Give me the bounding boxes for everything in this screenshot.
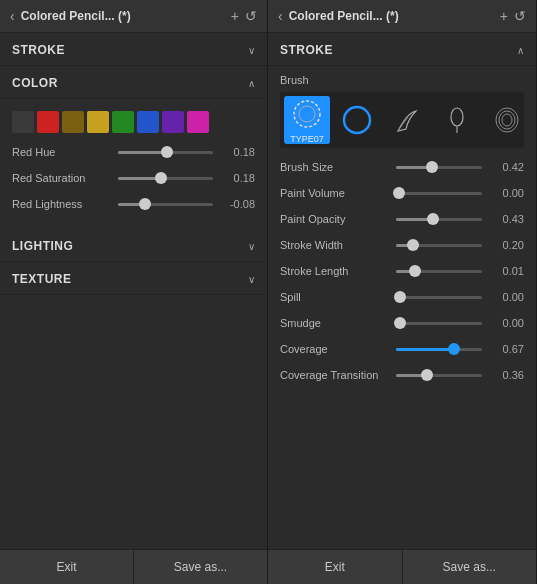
red-hue-slider[interactable] (118, 143, 213, 161)
right-exit-button[interactable]: Exit (268, 550, 403, 584)
back-arrow-icon[interactable]: ‹ (10, 8, 15, 24)
coverage-slider[interactable] (396, 340, 482, 358)
pink-swatch[interactable] (187, 111, 209, 133)
left-panel-header: ‹ Colored Pencil... (*) + ↺ (0, 0, 267, 33)
texture-label: TEXTURE (12, 272, 72, 286)
coverage-transition-label: Coverage Transition (280, 369, 390, 381)
dark-yellow-swatch[interactable] (62, 111, 84, 133)
smudge-label: Smudge (280, 317, 390, 329)
right-refresh-icon[interactable]: ↺ (514, 8, 526, 24)
spill-label: Spill (280, 291, 390, 303)
smudge-value: 0.00 (488, 317, 524, 329)
brush-feather-icon (389, 102, 425, 138)
stroke-length-row: Stroke Length 0.01 (280, 262, 524, 280)
coverage-label: Coverage (280, 343, 390, 355)
right-stroke-body: Brush TYPE07 (268, 66, 536, 400)
brush-circle-blue[interactable] (334, 96, 380, 144)
stroke-width-value: 0.20 (488, 239, 524, 251)
right-panel-footer: Exit Save as... (268, 549, 536, 584)
texture-section-header[interactable]: TEXTURE ∨ (0, 262, 267, 295)
left-panel: ‹ Colored Pencil... (*) + ↺ STROKE ∨ COL… (0, 0, 268, 584)
paint-volume-value: 0.00 (488, 187, 524, 199)
red-saturation-slider[interactable] (118, 169, 213, 187)
left-exit-button[interactable]: Exit (0, 550, 134, 584)
right-stroke-label: STROKE (280, 43, 333, 57)
red-lightness-label: Red Lightness (12, 198, 112, 210)
right-stroke-chevron: ∧ (517, 45, 524, 56)
svg-point-4 (451, 108, 463, 126)
texture-chevron: ∨ (248, 274, 255, 285)
brush-size-label: Brush Size (280, 161, 390, 173)
spill-row: Spill 0.00 (280, 288, 524, 306)
stroke-length-slider[interactable] (396, 262, 482, 280)
svg-point-1 (299, 106, 315, 122)
coverage-transition-slider[interactable] (396, 366, 482, 384)
color-section-body: Red Hue 0.18 Red Saturation (0, 99, 267, 229)
left-panel-content: STROKE ∨ COLOR ∧ Red Hue (0, 33, 267, 549)
add-icon[interactable]: + (231, 8, 239, 24)
brush-size-slider[interactable] (396, 158, 482, 176)
brush-type07[interactable]: TYPE07 (284, 96, 330, 144)
red-hue-row: Red Hue 0.18 (12, 143, 255, 161)
lighting-label: LIGHTING (12, 239, 73, 253)
stroke-label: STROKE (12, 43, 65, 57)
brush-fingerprint-icon (489, 102, 524, 138)
brush-grid: TYPE07 (280, 92, 524, 148)
green-swatch[interactable] (112, 111, 134, 133)
svg-point-2 (344, 107, 370, 133)
right-panel-title: Colored Pencil... (*) (289, 9, 494, 23)
brush-size-row: Brush Size 0.42 (280, 158, 524, 176)
stroke-length-value: 0.01 (488, 265, 524, 277)
color-section-header[interactable]: COLOR ∧ (0, 66, 267, 99)
brush-round[interactable] (434, 96, 480, 144)
red-saturation-value: 0.18 (219, 172, 255, 184)
red-lightness-row: Red Lightness -0.08 (12, 195, 255, 213)
right-add-icon[interactable]: + (500, 8, 508, 24)
color-label: COLOR (12, 76, 58, 90)
red-lightness-slider[interactable] (118, 195, 213, 213)
right-save-as-button[interactable]: Save as... (403, 550, 537, 584)
color-swatches (12, 111, 255, 133)
svg-point-0 (294, 101, 320, 127)
purple-swatch[interactable] (162, 111, 184, 133)
right-panel-header: ‹ Colored Pencil... (*) + ↺ (268, 0, 536, 33)
paint-opacity-label: Paint Opacity (280, 213, 390, 225)
yellow-swatch[interactable] (87, 111, 109, 133)
lighting-chevron: ∨ (248, 241, 255, 252)
coverage-row: Coverage 0.67 (280, 340, 524, 358)
brush-round-icon (439, 102, 475, 138)
right-stroke-section-header[interactable]: STROKE ∧ (268, 33, 536, 66)
left-save-as-button[interactable]: Save as... (134, 550, 267, 584)
left-panel-title: Colored Pencil... (*) (21, 9, 225, 23)
brush-type07-name: TYPE07 (290, 134, 324, 144)
brush-feather[interactable] (384, 96, 430, 144)
right-back-arrow-icon[interactable]: ‹ (278, 8, 283, 24)
red-saturation-label: Red Saturation (12, 172, 112, 184)
coverage-transition-row: Coverage Transition 0.36 (280, 366, 524, 384)
red-saturation-row: Red Saturation 0.18 (12, 169, 255, 187)
blue-swatch[interactable] (137, 111, 159, 133)
paint-opacity-slider[interactable] (396, 210, 482, 228)
brush-size-value: 0.42 (488, 161, 524, 173)
refresh-icon[interactable]: ↺ (245, 8, 257, 24)
stroke-section-header[interactable]: STROKE ∨ (0, 33, 267, 66)
red-hue-value: 0.18 (219, 146, 255, 158)
left-panel-footer: Exit Save as... (0, 549, 267, 584)
red-hue-label: Red Hue (12, 146, 112, 158)
spill-value: 0.00 (488, 291, 524, 303)
brush-fingerprint[interactable] (484, 96, 524, 144)
spill-slider[interactable] (396, 288, 482, 306)
coverage-value: 0.67 (488, 343, 524, 355)
paint-opacity-row: Paint Opacity 0.43 (280, 210, 524, 228)
coverage-transition-value: 0.36 (488, 369, 524, 381)
red-lightness-value: -0.08 (219, 198, 255, 210)
black-swatch[interactable] (12, 111, 34, 133)
paint-opacity-value: 0.43 (488, 213, 524, 225)
red-swatch[interactable] (37, 111, 59, 133)
stroke-width-row: Stroke Width 0.20 (280, 236, 524, 254)
smudge-slider[interactable] (396, 314, 482, 332)
stroke-width-slider[interactable] (396, 236, 482, 254)
brush-circle-blue-icon (339, 102, 375, 138)
paint-volume-slider[interactable] (396, 184, 482, 202)
lighting-section-header[interactable]: LIGHTING ∨ (0, 229, 267, 262)
